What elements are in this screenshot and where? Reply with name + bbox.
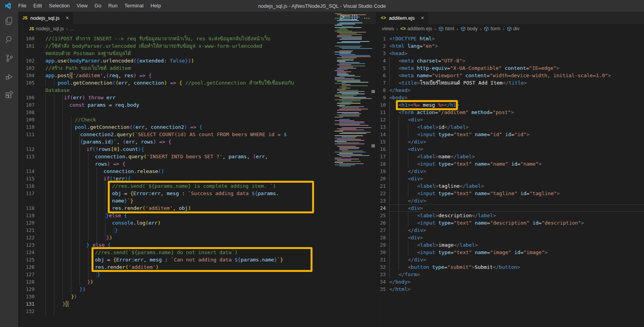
code-line: 119}else { (18, 212, 376, 219)
line-number: 102 (18, 57, 45, 64)
breadcrumb-item-body[interactable]: body (461, 26, 478, 31)
line-number: 24 (376, 204, 389, 212)
extensions-icon[interactable] (0, 86, 18, 105)
breadcrumb-item-form[interactable]: form (484, 26, 500, 31)
breadcrumb-file[interactable]: nodejs_sql.js (36, 26, 64, 31)
line-number: 19 (376, 168, 389, 175)
code-line: rows) => { (18, 160, 376, 168)
explorer-icon[interactable] (0, 12, 18, 30)
js-file-icon: JS (29, 27, 34, 31)
line-number: 119 (18, 212, 45, 219)
code-line: 24<div> (376, 204, 644, 212)
code-editor-right[interactable]: 1<!DOCTYPE html>2<html lang="en">3<head>… (376, 33, 644, 327)
line-number: 114 (18, 168, 45, 175)
line-number: 123 (18, 241, 45, 249)
code-line: 117obj = {Error:err, mesg : `Success add… (18, 190, 376, 197)
line-number: 16 (376, 145, 389, 153)
code-line: 102app.use(bodyParser.urlencoded({extend… (18, 57, 376, 64)
breadcrumb-right[interactable]: views›<>additem.ejs›html›body›form›div (376, 24, 644, 33)
line-number (18, 160, 45, 168)
code-line: 107const params = req.body (18, 101, 376, 109)
breadcrumb-item-div[interactable]: div (507, 26, 520, 31)
breadcrumb-more[interactable]: ... (70, 26, 74, 31)
code-line: 25<label>description</label> (376, 212, 644, 219)
symbol-cube-icon (507, 26, 512, 31)
menu-run[interactable]: Run (105, 0, 121, 12)
line-number (18, 50, 45, 57)
breadcrumb-item-html[interactable]: html (439, 26, 454, 31)
line-number: 125 (18, 256, 45, 263)
code-line: 14<input type="text" name="id" id="id"> (376, 131, 644, 138)
line-number: 25 (376, 212, 389, 219)
ejs-file-icon: <> (401, 26, 406, 31)
code-editor-left[interactable]: 100//(1)POST ทำการ INSERT --> req รับข้อ… (18, 33, 376, 327)
line-number: 101 (18, 42, 45, 50)
code-line: 130}) (18, 293, 376, 300)
code-line: 123} else { (18, 241, 376, 249)
menu-file[interactable]: File (15, 0, 30, 12)
line-number: 15 (376, 138, 389, 145)
line-number: 127 (18, 271, 45, 278)
code-line: 112if(!rows[0].count){ (18, 145, 376, 153)
code-line: 8</head> (376, 87, 644, 94)
line-number: 120 (18, 219, 45, 227)
overview-ruler-marker (371, 144, 375, 147)
overview-ruler-marker (371, 90, 375, 93)
line-number: 118 (18, 204, 45, 212)
code-line: 111connection2.query(`SELECT COUNT(id) A… (18, 131, 376, 138)
code-line: 13<label>id</label> (376, 123, 644, 131)
close-tab-icon[interactable]: × (66, 15, 69, 21)
line-number: 17 (376, 153, 389, 160)
close-tab-icon[interactable]: × (421, 15, 424, 21)
tab-label: additem.ejs (389, 15, 414, 21)
activity-bar (0, 12, 18, 327)
editor-group-right: <> additem.ejs × views›<>additem.ejs›htm… (376, 12, 644, 327)
code-line: 23</div> (376, 197, 644, 204)
run-debug-icon[interactable] (0, 67, 18, 86)
line-number: 130 (18, 293, 45, 300)
tab-nodejs-sql[interactable]: JS nodejs_sql.js × (18, 12, 73, 24)
tab-additem-ejs[interactable]: <> additem.ejs × (376, 12, 428, 24)
code-line: 115if(!err){ (18, 175, 376, 182)
menu-go[interactable]: Go (91, 0, 105, 12)
line-number: 121 (18, 227, 45, 234)
code-line: 120console.log(err) (18, 219, 376, 227)
chevron-right-icon: › (395, 26, 399, 32)
menu-terminal[interactable]: Terminal (121, 0, 147, 12)
code-line: 4<meta charset="UTF-8"> (376, 57, 644, 64)
line-number: 3 (376, 50, 389, 57)
symbol-cube-icon (484, 26, 489, 31)
breadcrumb-item-additem-ejs[interactable]: <>additem.ejs (401, 26, 432, 31)
code-line: 118res.render('additem', obj) (18, 204, 376, 212)
line-number: 7 (376, 79, 389, 87)
line-number: 12 (376, 116, 389, 123)
chevron-right-icon: › (502, 26, 505, 32)
source-control-icon[interactable] (0, 49, 18, 67)
line-number: 11 (376, 109, 389, 116)
line-number: 4 (376, 57, 389, 64)
menu-view[interactable]: View (73, 0, 91, 12)
chevron-right-icon: › (456, 26, 459, 32)
breadcrumb-left[interactable]: JS nodejs_sql.js › ... (18, 24, 376, 33)
symbol-cube-icon (439, 26, 444, 31)
line-number: 33 (376, 271, 389, 278)
line-number: 6 (376, 72, 389, 79)
code-line: 32<button type="submit">Submit</button> (376, 263, 644, 271)
breadcrumb-item-views[interactable]: views (382, 26, 394, 31)
chevron-right-icon: › (66, 26, 69, 32)
code-line: 9<body> (376, 94, 644, 101)
more-actions-button[interactable]: ⋯ (364, 14, 370, 22)
line-number: 5 (376, 64, 389, 72)
menu-help[interactable]: Help (147, 0, 164, 12)
line-number: 35 (376, 285, 389, 293)
code-line: 127} (18, 271, 376, 278)
scrollbar[interactable] (371, 12, 376, 327)
line-number: 124 (18, 249, 45, 256)
code-line: 125obj = {Error:err, mesg : `Can not add… (18, 256, 376, 263)
line-number: 111 (18, 131, 45, 138)
code-line: 124//res.send(`${params.name} do not ins… (18, 249, 376, 256)
menu-selection[interactable]: Selection (45, 0, 73, 12)
search-icon[interactable] (0, 30, 18, 49)
code-line: 128}) (18, 278, 376, 285)
menu-edit[interactable]: Edit (30, 0, 45, 12)
